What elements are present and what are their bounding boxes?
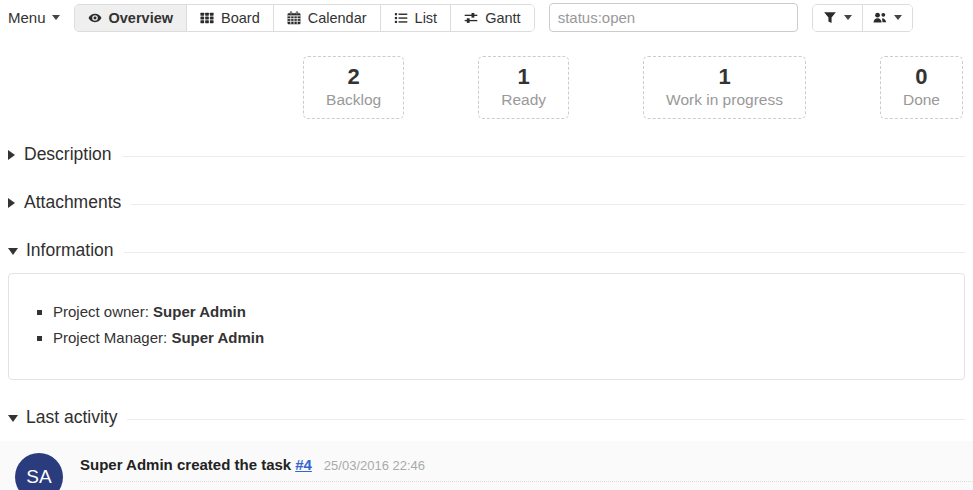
info-item-project-manager: Project Manager: Super Admin <box>53 325 952 351</box>
search-container <box>549 3 798 32</box>
stat-count: 1 <box>666 64 783 90</box>
column-stats-row: 2 Backlog 1 Ready 1 Work in progress 0 D… <box>0 35 973 119</box>
activity-timestamp: 25/03/2016 22:46 <box>324 458 425 473</box>
tab-overview[interactable]: Overview <box>75 5 188 31</box>
section-divider <box>122 156 965 157</box>
board-grid-icon <box>200 11 214 25</box>
caret-down-icon <box>894 15 902 20</box>
tab-calendar[interactable]: Calendar <box>274 5 381 31</box>
section-title: Description <box>24 144 112 165</box>
users-icon <box>873 11 887 25</box>
tab-label: Gantt <box>485 10 520 26</box>
stat-count: 0 <box>903 64 940 90</box>
stat-label: Backlog <box>326 91 381 109</box>
filter-funnel-icon <box>823 11 837 25</box>
triangle-down-icon <box>8 248 18 255</box>
section-divider <box>124 252 965 253</box>
list-icon <box>394 11 408 25</box>
avatar: SA <box>15 453 63 490</box>
section-divider <box>131 204 965 205</box>
tab-gantt[interactable]: Gantt <box>451 5 533 31</box>
filter-dropdown-group <box>812 4 913 32</box>
tab-label: Overview <box>109 10 174 26</box>
filter-search-input[interactable] <box>549 3 798 32</box>
section-divider <box>127 419 965 420</box>
caret-down-icon <box>844 15 852 20</box>
stat-work-in-progress: 1 Work in progress <box>643 56 806 119</box>
top-toolbar: Menu Overview Board <box>0 0 973 35</box>
tab-list[interactable]: List <box>381 5 452 31</box>
calendar-icon <box>287 11 301 25</box>
info-item-project-owner: Project owner: Super Admin <box>53 299 952 325</box>
section-title: Attachments <box>24 192 121 213</box>
triangle-right-icon <box>8 150 15 160</box>
stat-count: 1 <box>501 64 546 90</box>
info-value: Super Admin <box>153 303 246 320</box>
section-title: Last activity <box>26 407 117 428</box>
information-list: Project owner: Super Admin Project Manag… <box>21 299 952 350</box>
sliders-icon <box>464 11 478 25</box>
activity-title: Super Admin created the task#425/03/2016… <box>80 456 973 482</box>
tab-label: Board <box>221 10 260 26</box>
triangle-right-icon <box>8 198 15 208</box>
tab-label: List <box>415 10 438 26</box>
stat-label: Done <box>903 91 940 109</box>
stat-label: Ready <box>501 91 546 109</box>
stat-ready: 1 Ready <box>478 56 569 119</box>
section-attachments[interactable]: Attachments <box>8 192 965 213</box>
eye-icon <box>88 11 102 25</box>
info-label: Project Manager: <box>53 329 167 346</box>
section-description[interactable]: Description <box>8 144 965 165</box>
stat-done: 0 Done <box>880 56 963 119</box>
info-value: Super Admin <box>171 329 264 346</box>
stat-backlog: 2 Backlog <box>303 56 404 119</box>
task-link[interactable]: #4 <box>295 456 312 473</box>
users-dropdown-button[interactable] <box>863 5 912 31</box>
tab-board[interactable]: Board <box>187 5 274 31</box>
menu-label: Menu <box>8 9 46 26</box>
caret-down-icon <box>52 15 60 20</box>
section-title: Information <box>26 240 114 261</box>
filter-dropdown-button[interactable] <box>813 5 863 31</box>
activity-body: Super Admin created the task#425/03/2016… <box>80 453 973 490</box>
activity-title-text: Super Admin created the task <box>80 456 291 473</box>
tab-label: Calendar <box>308 10 367 26</box>
stat-label: Work in progress <box>666 91 783 109</box>
triangle-down-icon <box>8 415 18 422</box>
info-label: Project owner: <box>53 303 149 320</box>
information-panel: Project owner: Super Admin Project Manag… <box>8 273 965 380</box>
section-information[interactable]: Information <box>8 240 965 261</box>
section-last-activity[interactable]: Last activity <box>8 407 965 428</box>
view-switcher: Overview Board Calendar <box>74 4 535 32</box>
activity-item: SA Super Admin created the task#425/03/2… <box>0 441 973 490</box>
menu-dropdown[interactable]: Menu <box>8 9 60 26</box>
stat-count: 2 <box>326 64 381 90</box>
